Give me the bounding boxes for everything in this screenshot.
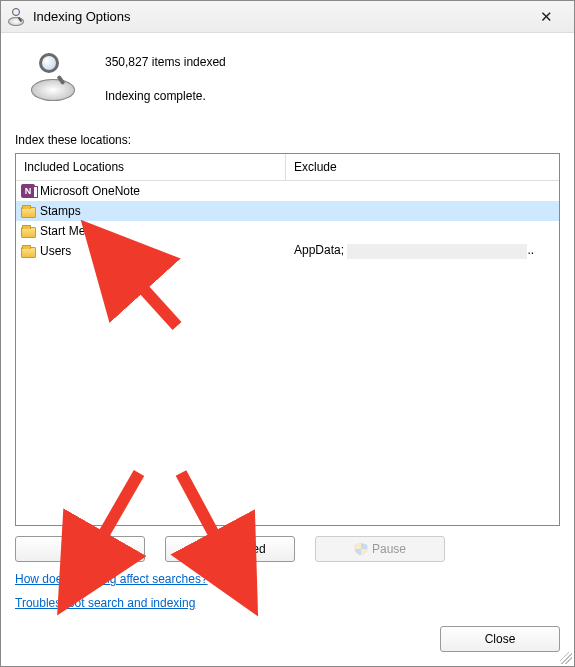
uac-shield-icon	[354, 542, 368, 556]
included-cell: NMicrosoft OneNote	[16, 183, 286, 199]
magnifier-disc-icon	[29, 53, 77, 101]
column-header-exclude[interactable]: Exclude	[286, 154, 559, 180]
included-name: Stamps	[40, 204, 81, 218]
modify-button[interactable]: Modify	[15, 536, 145, 562]
pause-button: Pause	[315, 536, 445, 562]
indexing-options-window: Indexing Options ✕ 350,827 items indexed…	[0, 0, 575, 667]
pause-button-label: Pause	[372, 542, 406, 556]
close-button-label: Close	[485, 632, 516, 646]
included-name: Microsoft OneNote	[40, 184, 140, 198]
indexing-state-label: Indexing complete.	[105, 89, 226, 103]
included-cell: Users	[16, 243, 286, 259]
list-item[interactable]: NMicrosoft OneNote	[16, 181, 559, 201]
locations-list: Included Locations Exclude NMicrosoft On…	[15, 153, 560, 526]
troubleshoot-link[interactable]: Troubleshoot search and indexing	[15, 596, 195, 610]
button-row: Modify Advanced	[15, 526, 560, 572]
folder-icon	[20, 223, 36, 239]
locations-list-header: Included Locations Exclude	[16, 154, 559, 181]
folder-icon	[20, 243, 36, 259]
status-text-block: 350,827 items indexed Indexing complete.	[105, 49, 226, 103]
included-name: Start Menu	[40, 224, 99, 238]
list-item[interactable]: UsersAppData; ..	[16, 241, 559, 261]
titlebar: Indexing Options ✕	[1, 1, 574, 33]
list-item[interactable]: Start Menu	[16, 221, 559, 241]
window-close-button[interactable]: ✕	[524, 3, 568, 31]
folder-icon	[20, 203, 36, 219]
included-cell: Stamps	[16, 203, 286, 219]
status-row: 350,827 items indexed Indexing complete.	[15, 43, 560, 133]
onenote-icon: N	[20, 183, 36, 199]
redacted-content	[347, 244, 527, 259]
indexed-count-label: 350,827 items indexed	[105, 55, 226, 69]
advanced-button-label: Advanced	[212, 542, 265, 556]
uac-shield-icon	[194, 542, 208, 556]
exclude-text: AppData;	[294, 243, 347, 257]
modify-button-label: Modify	[62, 542, 97, 556]
close-icon: ✕	[540, 9, 553, 24]
truncation-ellipsis: ..	[527, 243, 534, 257]
column-header-included[interactable]: Included Locations	[16, 154, 286, 180]
included-name: Users	[40, 244, 71, 258]
list-item[interactable]: Stamps	[16, 201, 559, 221]
included-cell: Start Menu	[16, 223, 286, 239]
close-button[interactable]: Close	[440, 626, 560, 652]
how-indexing-link[interactable]: How does indexing affect searches?	[15, 572, 208, 586]
locations-section-label: Index these locations:	[15, 133, 560, 147]
resize-grip[interactable]	[560, 652, 572, 664]
app-icon	[7, 8, 25, 26]
locations-list-body[interactable]: NMicrosoft OneNoteStampsStart MenuUsersA…	[16, 181, 559, 525]
footer: Close	[15, 620, 560, 652]
window-title: Indexing Options	[33, 9, 524, 24]
content-area: 350,827 items indexed Indexing complete.…	[1, 33, 574, 666]
advanced-button[interactable]: Advanced	[165, 536, 295, 562]
exclude-cell: AppData; ..	[286, 243, 559, 258]
